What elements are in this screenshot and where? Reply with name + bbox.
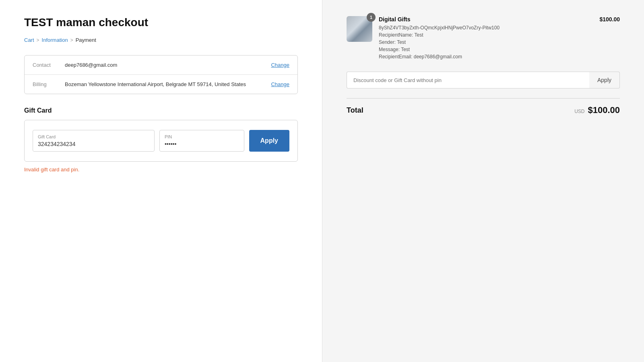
billing-label: Billing	[33, 81, 65, 87]
contact-value: deep7686@gmail.com	[65, 62, 271, 68]
breadcrumb-sep-2: >	[70, 37, 73, 43]
product-desc-line3: Sender: Test	[379, 39, 406, 45]
billing-change-link[interactable]: Change	[271, 81, 289, 87]
gift-card-error-message: Invalid gift card and pin.	[24, 167, 298, 173]
product-item: 1 Digital Gifts 8yShZ4VT3byZxth-OQmcKpjx…	[347, 16, 620, 60]
breadcrumb-cart[interactable]: Cart	[24, 37, 34, 43]
product-name: Digital Gifts	[379, 16, 593, 23]
gift-card-input[interactable]	[38, 141, 149, 147]
billing-row: Billing Bozeman Yellowstone Internationa…	[25, 75, 297, 94]
product-price: $100.00	[599, 16, 620, 23]
gift-card-container: Gift Card PIN Apply	[24, 120, 298, 162]
product-badge: 1	[367, 13, 376, 22]
total-label: Total	[347, 106, 363, 115]
contact-label: Contact	[33, 62, 65, 68]
breadcrumb-information[interactable]: Information	[42, 37, 68, 43]
billing-value: Bozeman Yellowstone International Airpor…	[65, 81, 271, 87]
gift-card-section-title: Gift Card	[24, 107, 298, 114]
pin-input-label: PIN	[165, 134, 239, 139]
gift-card-fields: Gift Card PIN Apply	[33, 130, 289, 152]
pin-input-wrap: PIN	[159, 130, 244, 152]
left-panel: TEST maman checkout Cart > Information >…	[0, 0, 322, 362]
pin-input[interactable]	[165, 141, 239, 147]
contact-row: Contact deep7686@gmail.com Change	[25, 56, 297, 75]
total-amount: $100.00	[588, 105, 620, 115]
gift-card-input-label: Gift Card	[38, 134, 149, 139]
breadcrumb: Cart > Information > Payment	[24, 37, 298, 43]
total-value-wrap: USD $100.00	[574, 105, 620, 115]
discount-apply-button[interactable]: Apply	[589, 72, 620, 88]
total-currency: USD	[574, 109, 584, 114]
gift-card-input-wrap: Gift Card	[33, 130, 155, 152]
info-card: Contact deep7686@gmail.com Change Billin…	[24, 55, 298, 94]
gift-card-apply-button[interactable]: Apply	[249, 130, 289, 152]
discount-input[interactable]	[347, 72, 589, 88]
product-desc-line1: 8yShZ4VT3byZxth-OQmcKpjxlHNjPweO7voZry-P…	[379, 25, 500, 31]
store-title: TEST maman checkout	[24, 16, 298, 29]
right-panel: 1 Digital Gifts 8yShZ4VT3byZxth-OQmcKpjx…	[322, 0, 644, 362]
product-description: 8yShZ4VT3byZxth-OQmcKpjxlHNjPweO7voZry-P…	[379, 24, 593, 60]
product-desc-line2: RecipientName: Test	[379, 32, 423, 38]
discount-row: Apply	[347, 72, 620, 88]
total-row: Total USD $100.00	[347, 98, 620, 115]
contact-change-link[interactable]: Change	[271, 62, 289, 68]
breadcrumb-payment: Payment	[76, 37, 96, 43]
product-details: Digital Gifts 8yShZ4VT3byZxth-OQmcKpjxlH…	[379, 16, 593, 60]
product-desc-line4: Message: Test	[379, 47, 410, 52]
product-desc-line5: RecipientEmail: deep7686@gmail.com	[379, 54, 462, 60]
breadcrumb-sep-1: >	[37, 37, 39, 43]
product-image-wrap: 1	[347, 16, 372, 42]
